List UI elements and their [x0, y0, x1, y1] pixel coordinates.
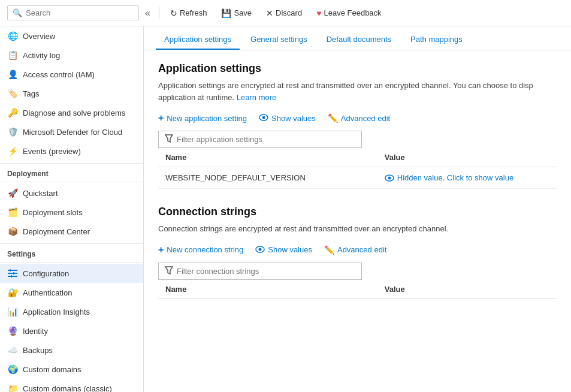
svg-rect-4	[13, 272, 14, 275]
plus-icon-2: +	[158, 245, 164, 255]
app-settings-action-bar: + New application setting Show values ✏️…	[158, 113, 557, 123]
app-setting-value[interactable]: Hidden value. Click to show value	[377, 167, 557, 189]
sidebar-item-label: Custom domains (classic)	[23, 384, 112, 393]
svg-rect-5	[11, 275, 12, 278]
deployment-center-icon: 📦	[7, 226, 18, 237]
pencil-icon-2: ✏️	[324, 245, 334, 255]
sidebar-item-overview[interactable]: 🌐 Overview	[0, 26, 143, 46]
sidebar-item-quickstart[interactable]: 🚀 Quickstart	[0, 183, 143, 203]
connection-name-header: Name	[158, 280, 377, 299]
sidebar-item-label: Backups	[23, 346, 53, 355]
deployment-slots-icon: 🗂️	[7, 207, 18, 218]
deployment-section-header: Deployment	[0, 163, 143, 180]
sidebar-item-label: Overview	[23, 32, 55, 41]
eye-icon	[259, 113, 268, 123]
sidebar: 🌐 Overview 📋 Activity log 👤 Access contr…	[0, 26, 144, 392]
configuration-icon	[7, 268, 18, 279]
sidebar-item-backups[interactable]: ☁️ Backups	[0, 340, 143, 360]
save-button[interactable]: 💾 Save	[215, 5, 258, 21]
discard-label: Discard	[276, 8, 302, 17]
app-settings-desc: Application settings are encrypted at re…	[158, 80, 557, 103]
sidebar-scroll[interactable]: 🌐 Overview 📋 Activity log 👤 Access contr…	[0, 26, 143, 392]
discard-button[interactable]: ✕ Discard	[260, 5, 308, 21]
new-connection-string-button[interactable]: + New connection string	[158, 245, 243, 255]
sidebar-item-label: Activity log	[23, 51, 60, 60]
sidebar-item-activity-log[interactable]: 📋 Activity log	[0, 46, 143, 65]
tabs-row: Application settings General settings De…	[144, 26, 571, 50]
app-settings-filter-wrap[interactable]	[158, 131, 362, 148]
sidebar-item-label: Access control (IAM)	[23, 70, 95, 79]
connection-show-values-button[interactable]: Show values	[255, 245, 312, 255]
sidebar-item-authentication[interactable]: 🔐 Authentication	[0, 283, 143, 302]
plus-icon: +	[158, 113, 164, 123]
learn-more-link[interactable]: Learn more	[237, 93, 276, 102]
eye-icon-2	[255, 245, 265, 255]
svg-marker-8	[165, 135, 173, 142]
connection-strings-section: Connection strings Connection strings ar…	[158, 206, 557, 299]
sidebar-item-diagnose[interactable]: 🔑 Diagnose and solve problems	[0, 103, 143, 122]
connection-strings-filter-wrap[interactable]	[158, 263, 362, 280]
events-icon: ⚡	[7, 146, 18, 156]
sidebar-item-deployment-slots[interactable]: 🗂️ Deployment slots	[0, 203, 143, 222]
refresh-icon: ↻	[170, 8, 177, 18]
advanced-edit-button[interactable]: ✏️ Advanced edit	[328, 113, 390, 123]
sidebar-item-label: Configuration	[23, 269, 69, 278]
app-settings-filter-row	[158, 131, 557, 148]
save-icon: 💾	[221, 8, 231, 18]
refresh-button[interactable]: ↻ Refresh	[164, 5, 213, 21]
custom-domains-classic-icon: 📁	[7, 383, 18, 392]
show-values-button[interactable]: Show values	[259, 113, 316, 123]
search-box[interactable]: 🔍	[7, 5, 139, 20]
filter-icon	[165, 134, 173, 144]
connection-strings-filter-input[interactable]	[177, 267, 355, 276]
sidebar-item-deployment-center[interactable]: 📦 Deployment Center	[0, 222, 143, 241]
separator	[159, 7, 159, 19]
overview-icon: 🌐	[7, 31, 18, 41]
deployment-divider	[0, 182, 143, 182]
app-settings-filter-input[interactable]	[177, 135, 355, 144]
tab-application-settings[interactable]: Application settings	[156, 29, 240, 50]
new-app-setting-button[interactable]: + New application setting	[158, 113, 247, 123]
hidden-value-link[interactable]: Hidden value. Click to show value	[385, 173, 549, 182]
app-settings-table: Name Value WEBSITE_NODE_DEFAULT_VERSION …	[158, 148, 557, 189]
settings-section-header: Settings	[0, 243, 143, 261]
content-body: Application settings Application setting…	[144, 50, 571, 311]
refresh-label: Refresh	[180, 8, 207, 17]
application-insights-icon: 📊	[7, 306, 18, 317]
activity-log-icon: 📋	[7, 50, 18, 61]
sidebar-item-label: Diagnose and solve problems	[23, 108, 125, 117]
connection-strings-filter-row	[158, 263, 557, 280]
collapse-sidebar-button[interactable]: «	[141, 5, 154, 21]
table-row: WEBSITE_NODE_DEFAULT_VERSION Hidden valu…	[158, 167, 557, 189]
sidebar-item-custom-domains[interactable]: 🌍 Custom domains	[0, 360, 143, 379]
tab-general-settings[interactable]: General settings	[242, 29, 316, 50]
identity-icon: 🔮	[7, 325, 18, 336]
sidebar-item-label: Identity	[23, 327, 48, 336]
authentication-icon: 🔐	[7, 287, 18, 298]
tab-path-mappings[interactable]: Path mappings	[402, 29, 471, 50]
sidebar-item-label: Deployment slots	[23, 208, 83, 217]
sidebar-item-defender[interactable]: 🛡️ Microsoft Defender for Cloud	[0, 122, 143, 141]
sidebar-item-identity[interactable]: 🔮 Identity	[0, 321, 143, 340]
app-settings-title: Application settings	[158, 62, 557, 75]
leave-feedback-button[interactable]: ♥ Leave Feedback	[310, 5, 387, 21]
sidebar-item-label: Microsoft Defender for Cloud	[23, 128, 122, 137]
sidebar-item-label: Authentication	[23, 288, 72, 297]
content-area: Application settings General settings De…	[144, 26, 571, 392]
sidebar-item-label: Application Insights	[23, 307, 90, 316]
tab-default-documents[interactable]: Default documents	[318, 29, 400, 50]
svg-point-10	[388, 176, 391, 179]
filter-icon-2	[165, 266, 173, 276]
sidebar-item-application-insights[interactable]: 📊 Application Insights	[0, 302, 143, 321]
sidebar-item-configuration[interactable]: Configuration	[0, 264, 143, 283]
tags-icon: 🏷️	[7, 88, 18, 99]
connection-advanced-edit-button[interactable]: ✏️ Advanced edit	[324, 245, 386, 255]
search-input[interactable]	[26, 8, 134, 17]
sidebar-item-access-control[interactable]: 👤 Access control (IAM)	[0, 65, 143, 84]
sidebar-item-events[interactable]: ⚡ Events (preview)	[0, 141, 143, 161]
sidebar-item-custom-domains-classic[interactable]: 📁 Custom domains (classic)	[0, 379, 143, 392]
sidebar-item-tags[interactable]: 🏷️ Tags	[0, 84, 143, 103]
main-layout: 🌐 Overview 📋 Activity log 👤 Access contr…	[0, 26, 571, 392]
sidebar-item-label: Quickstart	[23, 189, 58, 198]
connection-strings-action-bar: + New connection string Show values ✏️ A…	[158, 245, 557, 255]
